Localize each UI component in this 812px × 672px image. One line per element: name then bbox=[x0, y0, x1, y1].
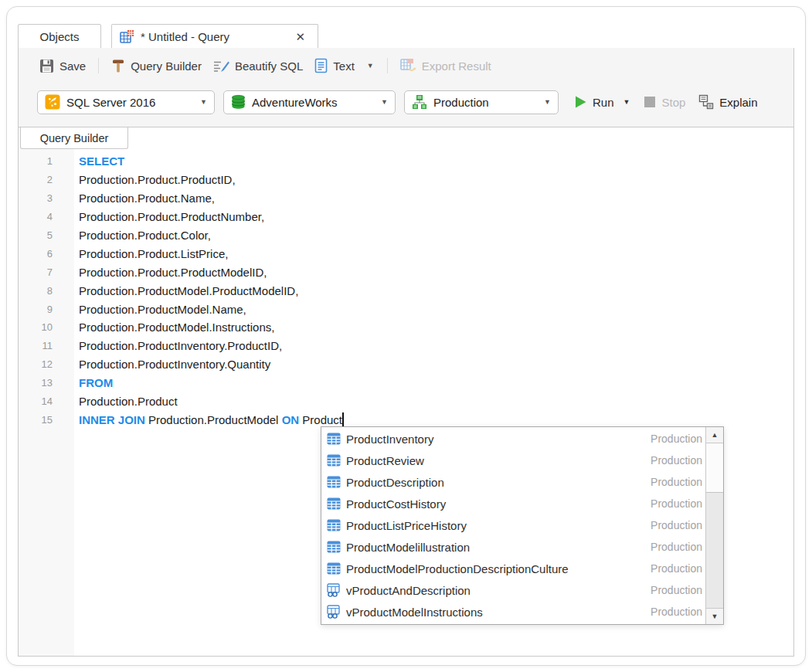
line-number: 10 bbox=[19, 321, 74, 333]
line-number: 13 bbox=[19, 377, 74, 389]
explain-button[interactable]: Explain bbox=[696, 91, 759, 113]
text-view-label: Text bbox=[333, 59, 355, 73]
line-number: 2 bbox=[19, 174, 74, 185]
autocomplete-item-schema: Production bbox=[651, 519, 705, 531]
code-line[interactable]: 12Production.ProductInventory.Quantity bbox=[19, 355, 793, 374]
tab-strip-filler bbox=[318, 24, 794, 49]
autocomplete-item-schema: Production bbox=[651, 476, 705, 488]
autocomplete-item[interactable]: ProductModelProductionDescriptionCulture… bbox=[321, 558, 705, 579]
code-line[interactable]: 14Production.Product bbox=[19, 392, 793, 411]
autocomplete-item[interactable]: ProductInventoryProduction bbox=[321, 428, 705, 450]
autocomplete-item-schema: Production bbox=[651, 562, 705, 575]
text-cursor bbox=[342, 412, 344, 426]
scroll-down-icon[interactable]: ▼ bbox=[706, 608, 723, 624]
run-caret-icon[interactable]: ▼ bbox=[620, 97, 634, 107]
hammer-icon bbox=[111, 59, 125, 73]
tab-query-builder-sub[interactable]: Query Builder bbox=[20, 127, 128, 149]
text-view-caret-icon[interactable]: ▼ bbox=[364, 60, 377, 71]
autocomplete-item[interactable]: ProductModelillustrationProduction bbox=[321, 536, 705, 558]
table-icon bbox=[327, 432, 341, 446]
query-builder-button[interactable]: Query Builder bbox=[109, 56, 204, 76]
code-line[interactable]: 2Production.Product.ProductID, bbox=[19, 171, 793, 189]
save-label: Save bbox=[59, 59, 86, 73]
line-number: 15 bbox=[19, 414, 74, 426]
save-button[interactable]: Save bbox=[37, 56, 88, 76]
scrollbar[interactable]: ▲ ▼ bbox=[705, 427, 723, 624]
code-text: Production.ProductModel.ProductModelID, bbox=[74, 284, 298, 297]
export-result-button[interactable]: Export Result bbox=[398, 55, 494, 76]
line-number: 9 bbox=[19, 304, 74, 315]
line-number: 3 bbox=[19, 192, 74, 204]
code-line[interactable]: 9Production.ProductModel.Name, bbox=[19, 300, 793, 318]
schema-icon bbox=[412, 94, 427, 110]
code-text: Production.Product.ProductModelID, bbox=[74, 266, 267, 279]
code-line[interactable]: 7Production.Product.ProductModelID, bbox=[19, 263, 793, 281]
autocomplete-item-schema: Production bbox=[651, 454, 705, 467]
database-dropdown[interactable]: AdventureWorks ▼ bbox=[223, 90, 396, 114]
scroll-up-icon[interactable]: ▲ bbox=[706, 427, 723, 443]
line-number: 1 bbox=[19, 155, 74, 167]
table-icon bbox=[327, 562, 341, 575]
stop-label: Stop bbox=[661, 96, 685, 109]
code-line[interactable]: 13FROM bbox=[19, 374, 793, 392]
view-icon bbox=[327, 583, 341, 597]
code-line[interactable]: 11Production.ProductInventory.ProductID, bbox=[19, 337, 793, 355]
code-text: Production.Product.ProductNumber, bbox=[74, 210, 264, 223]
autocomplete-item[interactable]: ProductListPriceHistoryProduction bbox=[321, 514, 705, 536]
close-icon[interactable]: ✕ bbox=[290, 30, 310, 44]
query-table-icon bbox=[120, 29, 134, 44]
schema-dropdown[interactable]: Production ▼ bbox=[404, 90, 559, 114]
stop-icon bbox=[644, 96, 656, 108]
code-line[interactable]: 6Production.Product.ListPrice, bbox=[19, 244, 793, 263]
table-icon bbox=[327, 453, 341, 467]
run-icon bbox=[574, 95, 587, 109]
server-dropdown[interactable]: SQL Server 2016 ▼ bbox=[37, 90, 215, 114]
tab-query-active[interactable]: * Untitled - Query ✕ bbox=[111, 24, 318, 49]
autocomplete-item[interactable]: ProductReviewProduction bbox=[321, 450, 705, 471]
scrollbar-thumb[interactable] bbox=[706, 443, 723, 493]
autocomplete-item-name: ProductModelProductionDescriptionCulture bbox=[346, 562, 569, 575]
explain-label: Explain bbox=[719, 96, 757, 109]
code-line[interactable]: 3Production.Product.Name, bbox=[19, 189, 793, 208]
code-line[interactable]: 4Production.Product.ProductNumber, bbox=[19, 208, 793, 226]
tab-query-label: * Untitled - Query bbox=[141, 30, 229, 43]
code-line[interactable]: 5Production.Product.Color, bbox=[19, 226, 793, 245]
query-builder-label: Query Builder bbox=[131, 59, 202, 73]
autocomplete-item-schema: Production bbox=[651, 433, 705, 445]
stop-button[interactable]: Stop bbox=[641, 93, 688, 112]
autocomplete-item-schema: Production bbox=[651, 606, 705, 618]
autocomplete-item-name: ProductCostHistory bbox=[346, 497, 446, 511]
schema-dropdown-label: Production bbox=[433, 96, 489, 109]
autocomplete-item-name: ProductModelillustration bbox=[346, 541, 470, 554]
autocomplete-item[interactable]: vProductAndDescriptionProduction bbox=[321, 579, 705, 601]
code-line[interactable]: 1SELECT bbox=[19, 152, 793, 171]
autocomplete-item-name: vProductModelInstructions bbox=[346, 606, 483, 619]
database-dropdown-label: AdventureWorks bbox=[252, 96, 338, 109]
code-text: Production.Product.ProductID, bbox=[74, 173, 236, 186]
code-text: INNER JOIN Production.ProductModel ON Pr… bbox=[74, 412, 344, 426]
autocomplete-item-schema: Production bbox=[651, 584, 705, 596]
code-line[interactable]: 8Production.ProductModel.ProductModelID, bbox=[19, 281, 793, 300]
autocomplete-popup: ProductInventoryProduction ProductReview… bbox=[321, 426, 724, 625]
code-text: Production.Product bbox=[74, 395, 178, 408]
autocomplete-item[interactable]: vProductModelInstructionsProduction bbox=[321, 601, 705, 623]
run-label: Run bbox=[593, 96, 614, 109]
beautify-icon bbox=[213, 59, 229, 73]
autocomplete-item[interactable]: ProductDescriptionProduction bbox=[321, 471, 705, 493]
tab-objects[interactable]: Objects bbox=[18, 24, 101, 49]
database-icon bbox=[231, 94, 246, 110]
table-icon bbox=[327, 475, 341, 489]
autocomplete-item[interactable]: ProductCostHistoryProduction bbox=[321, 493, 705, 514]
code-text: Production.ProductModel.Instructions, bbox=[74, 321, 274, 334]
autocomplete-list: ProductInventoryProduction ProductReview… bbox=[321, 427, 705, 624]
toolbar-separator bbox=[387, 58, 388, 73]
main-tab-strip: Objects * Untitled - Query ✕ bbox=[18, 23, 794, 49]
run-button[interactable]: Run bbox=[572, 92, 617, 112]
code-line[interactable]: 10Production.ProductModel.Instructions, bbox=[19, 318, 793, 337]
text-view-button[interactable]: Text bbox=[312, 55, 357, 76]
code-text: Production.Product.Color, bbox=[74, 229, 211, 242]
line-number: 8 bbox=[19, 285, 74, 297]
table-icon bbox=[327, 497, 341, 511]
beautify-sql-button[interactable]: Beautify SQL bbox=[211, 56, 305, 76]
code-text: Production.ProductInventory.Quantity bbox=[74, 358, 270, 371]
